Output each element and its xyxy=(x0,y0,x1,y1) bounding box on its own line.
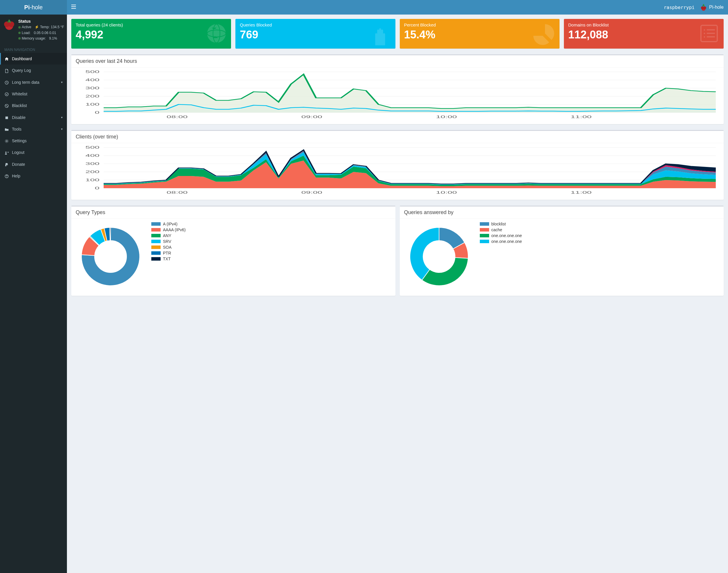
pihole-icon xyxy=(700,3,707,11)
logo-light: -hole xyxy=(30,4,43,10)
chart-legend: A (IPv4)AAAA (IPv6)ANYSRVSOAPTRTXT xyxy=(151,222,186,262)
stats-row: Total queries (24 clients)4,992Queries B… xyxy=(71,19,724,49)
legend-swatch xyxy=(151,257,161,261)
legend-item[interactable]: TXT xyxy=(151,257,186,261)
svg-rect-24 xyxy=(707,33,715,34)
sidebar: Pi-hole Status Active ⚡Temp: 134.5 °F Lo… xyxy=(0,0,67,573)
stat-label: Percent Blocked xyxy=(404,22,555,27)
status-active: Active xyxy=(22,24,32,30)
svg-rect-12 xyxy=(71,6,76,7)
nav-label: Donate xyxy=(12,162,25,167)
menu-toggle[interactable] xyxy=(71,5,76,10)
nav-label: Query Log xyxy=(12,68,31,73)
legend-label: one.one.one.one xyxy=(491,239,522,244)
nav-label: Long term data xyxy=(12,80,39,85)
svg-rect-6 xyxy=(5,116,8,119)
nav-item-logout[interactable]: Logout xyxy=(0,147,67,158)
folder-icon xyxy=(4,127,9,132)
chart-query-types[interactable]: A (IPv4)AAAA (IPv6)ANYSRVSOAPTRTXT xyxy=(71,219,395,296)
panel-query-types: Query Types A (IPv4)AAAA (IPv6)ANYSRVSOA… xyxy=(71,206,395,296)
svg-rect-13 xyxy=(71,8,76,9)
nav-item-tools[interactable]: Tools▾ xyxy=(0,123,67,135)
legend-item[interactable]: blocklist xyxy=(480,222,522,226)
chart-legend: blocklistcacheone.one.one.oneone.one.one… xyxy=(480,222,522,245)
legend-item[interactable]: one.one.one.one xyxy=(480,233,522,238)
nav-label: Tools xyxy=(12,127,21,132)
legend-item[interactable]: PTR xyxy=(151,251,186,255)
topbar: raspberrypi Pi-hole xyxy=(67,0,728,14)
legend-item[interactable]: SRV xyxy=(151,239,186,244)
status-panel: Status Active ⚡Temp: 134.5 °F Load: 0.05… xyxy=(0,14,67,45)
nav-label: Settings xyxy=(12,139,27,143)
stat-value: 4,992 xyxy=(76,29,227,41)
svg-text:0: 0 xyxy=(95,110,99,115)
stat-card-orange[interactable]: Percent Blocked15.4% xyxy=(400,19,560,49)
nav-item-settings[interactable]: Settings xyxy=(0,135,67,147)
legend-label: SOA xyxy=(163,245,172,250)
chart-answered-by[interactable]: blocklistcacheone.one.one.oneone.one.one… xyxy=(400,219,724,296)
nav-item-blacklist[interactable]: Blacklist xyxy=(0,100,67,111)
ban-icon xyxy=(4,103,9,108)
nav-item-long-term-data[interactable]: Long term data▾ xyxy=(0,76,67,88)
nav-label: Blacklist xyxy=(12,103,27,108)
svg-text:09:00: 09:00 xyxy=(301,115,322,119)
legend-label: ANY xyxy=(163,233,172,238)
hostname[interactable]: raspberrypi xyxy=(664,5,694,10)
stat-card-blue[interactable]: Queries Blocked769 xyxy=(235,19,395,49)
svg-point-25 xyxy=(704,36,705,38)
stat-card-red[interactable]: Domains on Blocklist112,088 xyxy=(564,19,724,49)
nav-header: MAIN NAVIGATION xyxy=(0,45,67,53)
stat-label: Domains on Blocklist xyxy=(568,22,719,27)
legend-item[interactable]: AAAA (IPv6) xyxy=(151,227,186,232)
legend-item[interactable]: cache xyxy=(480,227,522,232)
nav-item-whitelist[interactable]: Whitelist xyxy=(0,88,67,100)
list-icon xyxy=(697,22,721,46)
svg-text:500: 500 xyxy=(86,146,99,150)
logo[interactable]: Pi-hole xyxy=(0,0,67,14)
stop-icon xyxy=(4,115,9,119)
nav-item-query-log[interactable]: Query Log xyxy=(0,64,67,76)
logo-bold: Pi xyxy=(24,4,30,10)
stat-card-green[interactable]: Total queries (24 clients)4,992 xyxy=(71,19,231,49)
chart-queries-over-time[interactable]: 010020030040050008:0009:0010:0011:00 xyxy=(76,70,719,120)
legend-item[interactable]: one.one.one.one xyxy=(480,239,522,244)
nav-item-dashboard[interactable]: Dashboard xyxy=(0,53,67,64)
svg-point-8 xyxy=(5,152,6,153)
svg-point-17 xyxy=(207,24,226,43)
legend-item[interactable]: ANY xyxy=(151,233,186,238)
topbar-brand-label: Pi-hole xyxy=(709,5,724,10)
svg-text:200: 200 xyxy=(86,170,99,174)
legend-item[interactable]: SOA xyxy=(151,245,186,250)
legend-swatch xyxy=(480,234,489,237)
legend-swatch xyxy=(480,240,489,243)
nav-item-help[interactable]: Help xyxy=(0,170,67,182)
clock-icon xyxy=(4,80,9,85)
panel-queries-over-time: Queries over last 24 hours 0100200300400… xyxy=(71,54,724,124)
svg-rect-22 xyxy=(707,30,715,31)
svg-point-10 xyxy=(6,177,7,177)
svg-rect-11 xyxy=(71,5,76,5)
stat-value: 112,088 xyxy=(568,29,719,41)
chart-clients-over-time[interactable]: 010020030040050008:0009:0010:0011:00 xyxy=(76,146,719,196)
svg-text:0: 0 xyxy=(95,186,99,190)
legend-item[interactable]: A (IPv4) xyxy=(151,222,186,226)
topbar-brand[interactable]: Pi-hole xyxy=(700,3,724,11)
legend-label: PTR xyxy=(163,251,171,255)
nav-label: Help xyxy=(12,174,20,178)
home-icon xyxy=(4,56,9,61)
legend-swatch xyxy=(151,246,161,249)
temp-value: 134.5 °F xyxy=(51,24,64,30)
svg-text:200: 200 xyxy=(86,94,99,98)
svg-point-21 xyxy=(704,30,705,31)
legend-swatch xyxy=(151,240,161,243)
paypal-icon xyxy=(4,162,9,167)
legend-label: TXT xyxy=(163,257,171,261)
nav-item-donate[interactable]: Donate xyxy=(0,159,67,170)
legend-label: one.one.one.one xyxy=(491,233,522,238)
svg-text:100: 100 xyxy=(86,178,99,182)
pie-icon xyxy=(533,22,556,46)
svg-text:08:00: 08:00 xyxy=(167,191,188,195)
load-dot xyxy=(18,32,21,34)
nav-item-disable[interactable]: Disable▾ xyxy=(0,111,67,123)
svg-text:500: 500 xyxy=(86,70,99,74)
